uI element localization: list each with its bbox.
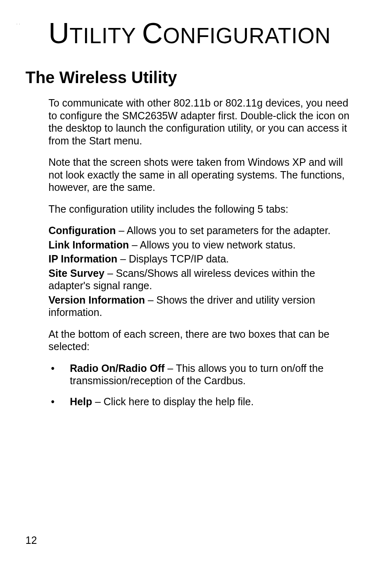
bullet-label: Radio On/Radio Off [70,362,165,374]
bullet-desc: – Click here to display the help file. [92,396,254,407]
tab-label: Link Information [48,239,129,251]
tab-desc: – Allows you to set parameters for the a… [116,225,331,236]
page: . . UTILITY CONFIGURATION The Wireless U… [0,0,392,571]
tab-label: Version Information [48,294,145,306]
bullet-icon: • [48,395,70,408]
paragraph-intro1: To communicate with other 802.11b or 802… [48,97,357,147]
bullet-text: Help – Click here to display the help fi… [70,395,357,408]
tab-label: Site Survey [48,267,104,279]
section-title: The Wireless Utility [25,68,357,87]
body-text: To communicate with other 802.11b or 802… [48,97,357,408]
bullet-label: Help [70,396,92,407]
tab-desc: – Allows you to view network status. [129,239,296,251]
tab-link-information: Link Information – Allows you to view ne… [48,239,357,251]
paragraph-tabs-lead: The configuration utility includes the f… [48,203,357,216]
bullet-list: • Radio On/Radio Off – This allows you t… [48,362,357,408]
chapter-marker: . . [16,21,21,25]
chapter-title-row: . . UTILITY CONFIGURATION [16,19,357,48]
list-item: • Radio On/Radio Off – This allows you t… [48,362,357,387]
tab-label: IP Information [48,253,118,265]
tab-version-information: Version Information – Shows the driver a… [48,294,357,319]
tab-site-survey: Site Survey – Scans/Shows all wireless d… [48,267,357,292]
page-number: 12 [25,534,37,546]
list-item: • Help – Click here to display the help … [48,395,357,408]
tab-label: Configuration [48,225,116,236]
tab-configuration: Configuration – Allows you to set parame… [48,224,357,237]
tab-desc: – Displays TCP/IP data. [118,253,229,265]
chapter-title: UTILITY CONFIGURATION [48,19,331,48]
paragraph-boxes-lead: At the bottom of each screen, there are … [48,328,357,353]
tab-ip-information: IP Information – Displays TCP/IP data. [48,253,357,265]
paragraph-intro2: Note that the screen shots were taken fr… [48,156,357,194]
bullet-icon: • [48,362,70,375]
bullet-text: Radio On/Radio Off – This allows you to … [70,362,357,387]
